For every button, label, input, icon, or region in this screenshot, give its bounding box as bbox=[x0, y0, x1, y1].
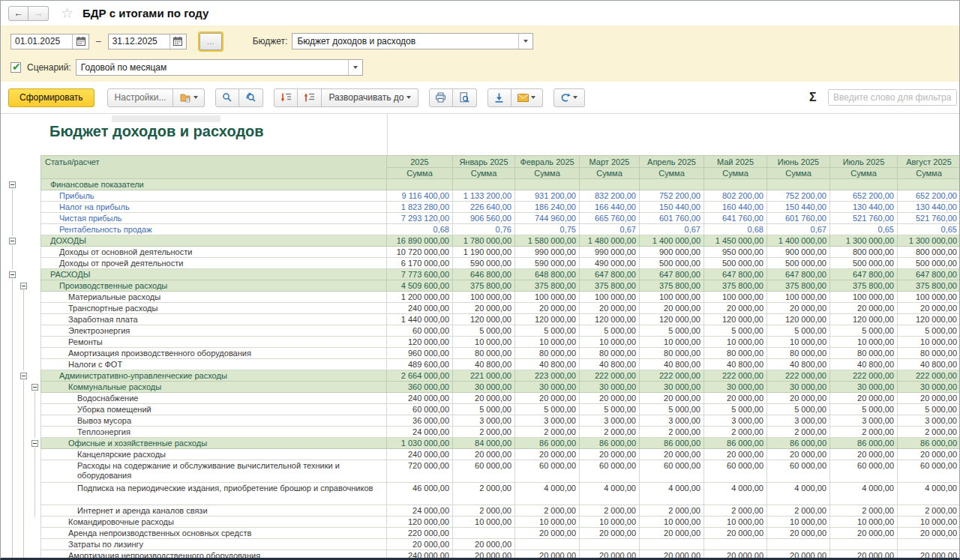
amount-cell[interactable]: 2 000,00 bbox=[515, 505, 580, 517]
amount-cell[interactable]: 4 000,00 bbox=[580, 483, 640, 505]
amount-cell[interactable]: 84 000,00 bbox=[453, 438, 515, 449]
scenario-dropdown-button[interactable] bbox=[348, 60, 362, 75]
row-label[interactable]: Административно-управленческие расходы bbox=[40, 370, 387, 382]
amount-cell[interactable]: 802 200,00 bbox=[704, 190, 767, 202]
amount-cell[interactable]: 375 800,00 bbox=[767, 280, 830, 292]
amount-cell[interactable]: 10 000,00 bbox=[830, 337, 898, 348]
amount-cell[interactable]: 5 000,00 bbox=[453, 404, 515, 415]
amount-cell[interactable]: 0,67 bbox=[640, 224, 704, 235]
amount-cell[interactable]: 10 000,00 bbox=[640, 517, 704, 528]
amount-cell[interactable]: 5 000,00 bbox=[767, 325, 830, 337]
amount-cell[interactable]: 240 000,00 bbox=[387, 393, 453, 404]
amount-cell[interactable]: 0,68 bbox=[387, 224, 453, 235]
row-label[interactable]: ДОХОДЫ bbox=[40, 235, 387, 247]
row-label[interactable]: Офисные и хозяйственные расходы bbox=[40, 438, 387, 449]
amount-cell[interactable]: 646 800,00 bbox=[453, 269, 515, 280]
amount-cell[interactable]: 222 000,00 bbox=[830, 370, 898, 382]
amount-cell[interactable]: 10 000,00 bbox=[640, 337, 704, 348]
amount-cell[interactable]: 20 000,00 bbox=[453, 539, 515, 550]
amount-cell[interactable]: 720 000,00 bbox=[387, 460, 453, 483]
row-label[interactable]: РАСХОДЫ bbox=[40, 269, 387, 280]
amount-cell[interactable]: 1 300 000,00 bbox=[830, 235, 898, 247]
amount-cell[interactable]: 100 000,00 bbox=[453, 292, 515, 303]
amount-cell[interactable]: 80 000,00 bbox=[704, 348, 767, 359]
amount-cell[interactable]: 4 000,00 bbox=[830, 483, 898, 505]
amount-cell[interactable]: 30 000,00 bbox=[830, 382, 898, 393]
amount-cell[interactable]: 30 000,00 bbox=[453, 382, 515, 393]
amount-cell[interactable]: 990 000,00 bbox=[515, 247, 580, 258]
period-more-button[interactable]: ... bbox=[200, 33, 222, 50]
amount-cell[interactable]: 0,67 bbox=[580, 224, 640, 235]
amount-cell[interactable]: 40 800,00 bbox=[898, 359, 960, 370]
scenario-checkbox[interactable]: ✔ bbox=[10, 62, 21, 73]
amount-cell[interactable]: 80 000,00 bbox=[830, 348, 898, 359]
amount-cell[interactable]: 20 000,00 bbox=[453, 449, 515, 460]
row-label[interactable]: Амортизация непроизводственного оборудов… bbox=[40, 550, 387, 560]
amount-cell[interactable]: 20 000,00 bbox=[580, 393, 640, 404]
amount-cell[interactable]: 3 000,00 bbox=[580, 415, 640, 427]
amount-cell[interactable]: 10 000,00 bbox=[898, 337, 960, 348]
row-label[interactable]: Транспортные расходы bbox=[40, 303, 387, 314]
amount-cell[interactable] bbox=[640, 539, 704, 550]
amount-cell[interactable]: 647 800,00 bbox=[767, 269, 830, 280]
amount-cell[interactable]: 0,68 bbox=[704, 224, 767, 235]
amount-cell[interactable]: 160 440,00 bbox=[704, 202, 767, 213]
amount-cell[interactable]: 1 200 000,00 bbox=[387, 292, 453, 303]
amount-cell[interactable]: 222 000,00 bbox=[640, 370, 704, 382]
amount-cell[interactable]: 2 000,00 bbox=[767, 505, 830, 517]
amount-cell[interactable]: 1 440 000,00 bbox=[387, 314, 453, 325]
amount-cell[interactable]: 2 000,00 bbox=[453, 483, 515, 505]
amount-cell[interactable]: 20 000,00 bbox=[704, 528, 767, 539]
amount-cell[interactable]: 120 000,00 bbox=[704, 314, 767, 325]
amount-cell[interactable]: 60 000,00 bbox=[704, 460, 767, 483]
amount-cell[interactable]: 0,75 bbox=[515, 224, 580, 235]
amount-cell[interactable]: 1 133 200,00 bbox=[453, 190, 515, 202]
amount-subheader[interactable]: Сумма bbox=[767, 167, 830, 179]
amount-cell[interactable]: 4 509 600,00 bbox=[387, 280, 453, 292]
amount-cell[interactable]: 16 890 000,00 bbox=[387, 235, 453, 247]
period-label[interactable]: Январь 2025 bbox=[453, 155, 515, 167]
amount-cell[interactable]: 20 000,00 bbox=[515, 303, 580, 314]
amount-cell[interactable]: 2 000,00 bbox=[640, 427, 704, 438]
amount-cell[interactable]: 86 000,00 bbox=[830, 438, 898, 449]
amount-cell[interactable]: 10 000,00 bbox=[453, 517, 515, 528]
period-label[interactable]: Май 2025 bbox=[704, 155, 767, 167]
amount-cell[interactable]: 5 000,00 bbox=[515, 404, 580, 415]
amount-cell[interactable]: 86 000,00 bbox=[767, 438, 830, 449]
amount-cell[interactable]: 86 000,00 bbox=[515, 438, 580, 449]
row-label[interactable]: Затраты по лизингу bbox=[40, 539, 387, 550]
amount-cell[interactable]: 500 000,00 bbox=[640, 258, 704, 269]
row-label[interactable]: Ремонты bbox=[40, 337, 387, 348]
amount-cell[interactable]: 590 000,00 bbox=[453, 258, 515, 269]
generate-button[interactable]: Сформировать bbox=[8, 88, 94, 107]
amount-cell[interactable]: 10 000,00 bbox=[515, 337, 580, 348]
amount-cell[interactable]: 10 000,00 bbox=[515, 517, 580, 528]
amount-cell[interactable]: 20 000,00 bbox=[515, 550, 580, 560]
amount-cell[interactable]: 990 000,00 bbox=[580, 247, 640, 258]
period-label[interactable]: Июнь 2025 bbox=[767, 155, 830, 167]
amount-cell[interactable]: 931 200,00 bbox=[515, 190, 580, 202]
amount-cell[interactable]: 220 000,00 bbox=[387, 528, 453, 539]
amount-cell[interactable]: 800 000,00 bbox=[830, 247, 898, 258]
amount-cell[interactable]: 2 000,00 bbox=[640, 505, 704, 517]
amount-cell[interactable]: 652 200,00 bbox=[830, 190, 898, 202]
amount-cell[interactable]: 1 450 000,00 bbox=[704, 235, 767, 247]
row-label[interactable]: Электроэнергия bbox=[40, 325, 387, 337]
amount-cell[interactable]: 2 000,00 bbox=[704, 505, 767, 517]
amount-cell[interactable]: 6 170 000,00 bbox=[387, 258, 453, 269]
amount-cell[interactable]: 20 000,00 bbox=[898, 528, 960, 539]
amount-cell[interactable]: 2 000,00 bbox=[830, 505, 898, 517]
amount-cell[interactable]: 10 000,00 bbox=[898, 517, 960, 528]
amount-cell[interactable] bbox=[830, 179, 898, 190]
amount-cell[interactable]: 60 000,00 bbox=[767, 460, 830, 483]
amount-cell[interactable]: 2 000,00 bbox=[898, 505, 960, 517]
amount-cell[interactable] bbox=[704, 179, 767, 190]
amount-cell[interactable]: 5 000,00 bbox=[515, 325, 580, 337]
row-label[interactable]: Интернет и аренда каналов связи bbox=[40, 505, 387, 517]
print-button[interactable] bbox=[429, 88, 453, 107]
amount-cell[interactable]: 60 000,00 bbox=[898, 460, 960, 483]
amount-cell[interactable]: 5 000,00 bbox=[830, 325, 898, 337]
amount-cell[interactable]: 9 116 400,00 bbox=[387, 190, 453, 202]
amount-cell[interactable]: 100 000,00 bbox=[580, 292, 640, 303]
amount-cell[interactable]: 10 000,00 bbox=[453, 337, 515, 348]
